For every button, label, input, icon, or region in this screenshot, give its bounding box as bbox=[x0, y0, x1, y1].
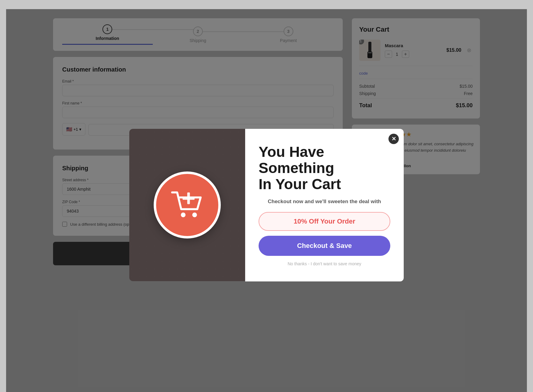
checkout-save-button[interactable]: Checkout & Save bbox=[259, 236, 390, 256]
modal-overlay: ✕ You Have Something In Your Cart Checko… bbox=[6, 9, 527, 392]
modal-left-panel bbox=[129, 129, 245, 281]
no-thanks-link[interactable]: No thanks - I don't want to save money bbox=[259, 261, 390, 266]
discount-offer: 10% Off Your Order bbox=[259, 212, 390, 231]
modal-headline: You Have Something In Your Cart bbox=[259, 144, 390, 192]
modal-close-button[interactable]: ✕ bbox=[388, 134, 399, 144]
headline-line3: In Your Cart bbox=[259, 176, 341, 192]
modal-right-panel: ✕ You Have Something In Your Cart Checko… bbox=[245, 129, 404, 281]
headline-line2: Something bbox=[259, 160, 334, 176]
cart-icon bbox=[170, 188, 204, 222]
svg-point-6 bbox=[181, 213, 185, 217]
modal-subtext: Checkout now and we'll sweeten the deal … bbox=[259, 199, 390, 205]
svg-rect-9 bbox=[183, 197, 195, 200]
modal: ✕ You Have Something In Your Cart Checko… bbox=[129, 129, 404, 281]
cart-circle bbox=[154, 171, 221, 238]
headline-line1: You Have bbox=[259, 144, 324, 160]
page-wrapper: 1 Information 2 Shipping 3 Payment Custo… bbox=[6, 9, 527, 392]
svg-point-7 bbox=[192, 213, 197, 217]
